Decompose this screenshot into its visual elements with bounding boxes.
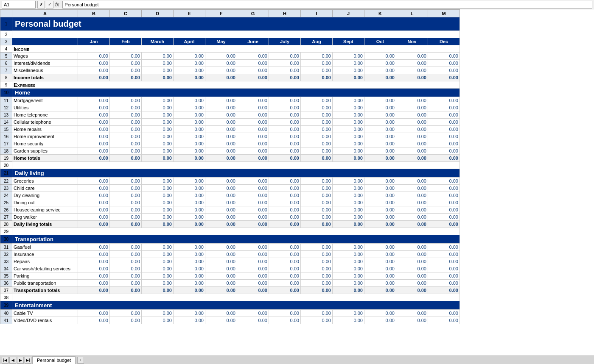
misc-dec[interactable]: 0.00	[428, 67, 460, 74]
income-total-april[interactable]: 0.00	[174, 74, 205, 81]
row-num-5[interactable]: 5	[0, 53, 12, 60]
income-total-feb[interactable]: 0.00	[110, 74, 142, 81]
income-total-sept[interactable]: 0.00	[333, 74, 364, 81]
row-num-3[interactable]: 3	[0, 38, 12, 45]
income-totals-label[interactable]: Income totals	[12, 74, 78, 81]
col-header-H[interactable]: H	[269, 10, 301, 17]
interest-oct[interactable]: 0.00	[364, 60, 396, 67]
month-july[interactable]: July	[269, 38, 301, 45]
income-total-march[interactable]: 0.00	[142, 74, 174, 81]
interest-label[interactable]: Interest/dividends	[12, 60, 78, 67]
expenses-section-label[interactable]: Expenses	[12, 81, 460, 89]
col-header-K[interactable]: K	[364, 10, 396, 17]
col-header-L[interactable]: L	[396, 10, 428, 17]
row-num-2[interactable]: 2	[0, 31, 12, 38]
dry-cleaning-label[interactable]: Dry cleaning	[12, 192, 78, 199]
misc-aug[interactable]: 0.00	[301, 67, 333, 74]
month-feb[interactable]: Feb	[110, 38, 142, 45]
misc-oct[interactable]: 0.00	[364, 67, 396, 74]
month-aug[interactable]: Aug	[301, 38, 333, 45]
row-num-11[interactable]: 11	[0, 97, 12, 104]
month-may[interactable]: May	[205, 38, 237, 45]
spreadsheet-area[interactable]: A B C D E F G H I J K L M 1 Personal bud…	[0, 9, 594, 349]
col-header-M[interactable]: M	[428, 10, 460, 17]
month-jan[interactable]: Jan	[78, 38, 110, 45]
wages-march[interactable]: 0.00	[142, 53, 174, 60]
interest-july[interactable]: 0.00	[269, 60, 301, 67]
spreadsheet-title[interactable]: Personal budget	[12, 17, 460, 31]
income-total-aug[interactable]: 0.00	[301, 74, 333, 81]
interest-march[interactable]: 0.00	[142, 60, 174, 67]
wages-april[interactable]: 0.00	[174, 53, 205, 60]
col-header-A[interactable]: A	[12, 10, 78, 17]
formula-input[interactable]	[62, 1, 592, 8]
misc-july[interactable]: 0.00	[269, 67, 301, 74]
row-num-1[interactable]: 1	[0, 17, 12, 31]
col-header-I[interactable]: I	[301, 10, 333, 17]
row-num-7[interactable]: 7	[0, 67, 12, 74]
wages-may[interactable]: 0.00	[205, 53, 237, 60]
wages-nov[interactable]: 0.00	[396, 53, 428, 60]
col-header-J[interactable]: J	[333, 10, 364, 17]
col-header-C[interactable]: C	[110, 10, 142, 17]
income-total-jan[interactable]: 0.00	[78, 74, 110, 81]
month-nov[interactable]: Nov	[396, 38, 428, 45]
transportation-section-label[interactable]: Transportation	[12, 235, 460, 244]
misc-march[interactable]: 0.00	[142, 67, 174, 74]
row-num-6[interactable]: 6	[0, 60, 12, 67]
col-header-E[interactable]: E	[174, 10, 205, 17]
interest-may[interactable]: 0.00	[205, 60, 237, 67]
income-total-may[interactable]: 0.00	[205, 74, 237, 81]
col-header-G[interactable]: G	[237, 10, 269, 17]
month-sept[interactable]: Sept	[333, 38, 364, 45]
income-total-oct[interactable]: 0.00	[364, 74, 396, 81]
misc-april[interactable]: 0.00	[174, 67, 205, 74]
misc-june[interactable]: 0.00	[237, 67, 269, 74]
mortgage-label[interactable]: Mortgage/rent	[12, 97, 78, 104]
interest-feb[interactable]: 0.00	[110, 60, 142, 67]
wages-jan[interactable]: 0.00	[78, 53, 110, 60]
cancel-formula-button[interactable]: ✗	[37, 1, 45, 8]
row-num-4[interactable]: 4	[0, 45, 12, 53]
interest-april[interactable]: 0.00	[174, 60, 205, 67]
month-june[interactable]: June	[237, 38, 269, 45]
month-march[interactable]: March	[142, 38, 174, 45]
wages-dec[interactable]: 0.00	[428, 53, 460, 60]
interest-june[interactable]: 0.00	[237, 60, 269, 67]
interest-sept[interactable]: 0.00	[333, 60, 364, 67]
income-total-june[interactable]: 0.00	[237, 74, 269, 81]
income-total-nov[interactable]: 0.00	[396, 74, 428, 81]
col-header-D[interactable]: D	[142, 10, 174, 17]
interest-nov[interactable]: 0.00	[396, 60, 428, 67]
month-dec[interactable]: Dec	[428, 38, 460, 45]
misc-jan[interactable]: 0.00	[78, 67, 110, 74]
interest-dec[interactable]: 0.00	[428, 60, 460, 67]
misc-nov[interactable]: 0.00	[396, 67, 428, 74]
income-total-dec[interactable]: 0.00	[428, 74, 460, 81]
income-total-july[interactable]: 0.00	[269, 74, 301, 81]
wages-aug[interactable]: 0.00	[301, 53, 333, 60]
wages-oct[interactable]: 0.00	[364, 53, 396, 60]
misc-feb[interactable]: 0.00	[110, 67, 142, 74]
row-num-10[interactable]: 10	[0, 89, 12, 97]
home-section-label[interactable]: Home	[12, 89, 460, 97]
col-header-F[interactable]: F	[205, 10, 237, 17]
wages-label[interactable]: Wages	[12, 53, 78, 60]
row-num-9[interactable]: 9	[0, 81, 12, 89]
confirm-formula-button[interactable]: ✓	[46, 1, 53, 8]
wages-july[interactable]: 0.00	[269, 53, 301, 60]
misc-sept[interactable]: 0.00	[333, 67, 364, 74]
misc-may[interactable]: 0.00	[205, 67, 237, 74]
row-num-8[interactable]: 8	[0, 74, 12, 81]
income-section-label[interactable]: Income	[12, 45, 460, 53]
daily-living-section-label[interactable]: Daily living	[12, 169, 460, 178]
interest-jan[interactable]: 0.00	[78, 60, 110, 67]
month-oct[interactable]: Oct	[364, 38, 396, 45]
wages-june[interactable]: 0.00	[237, 53, 269, 60]
wages-sept[interactable]: 0.00	[333, 53, 364, 60]
cell-reference-box[interactable]	[2, 1, 36, 8]
wages-feb[interactable]: 0.00	[110, 53, 142, 60]
misc-label[interactable]: Miscellaneous	[12, 67, 78, 74]
entertainment-section-label[interactable]: Entertainment	[12, 301, 460, 310]
month-april[interactable]: April	[174, 38, 205, 45]
